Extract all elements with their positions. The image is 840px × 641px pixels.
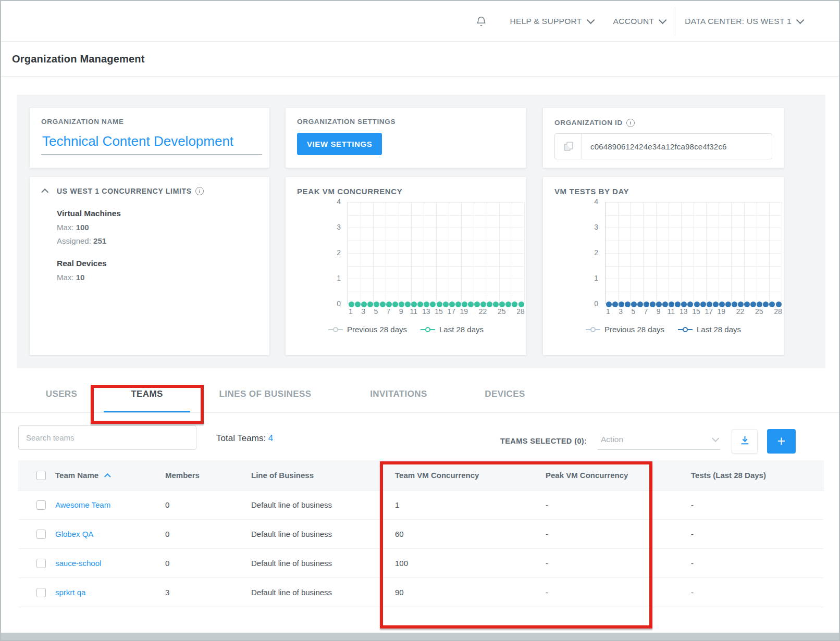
column-header-team-name[interactable]: Team Name bbox=[55, 471, 165, 480]
column-header-tests[interactable]: Tests (Last 28 Days) bbox=[691, 471, 824, 480]
data-point bbox=[405, 301, 411, 307]
x-tick-label: 19 bbox=[718, 307, 726, 316]
cell-tests: - bbox=[691, 588, 824, 597]
column-header-line-of-business[interactable]: Line of Business bbox=[251, 471, 395, 480]
x-tick-label: 25 bbox=[498, 307, 506, 316]
help-support-label: HELP & SUPPORT bbox=[510, 17, 582, 26]
cell-name: Globex QA bbox=[55, 530, 165, 538]
vm-assigned-value: 251 bbox=[93, 236, 106, 245]
org-id-label: ORGANIZATION ID bbox=[554, 119, 623, 127]
team-name-link[interactable]: Globex QA bbox=[55, 530, 93, 538]
rd-max-label: Max: bbox=[57, 273, 74, 282]
column-header-members[interactable]: Members bbox=[165, 471, 251, 480]
x-tick-label: 22 bbox=[479, 307, 487, 316]
action-dropdown[interactable]: Action bbox=[598, 429, 720, 450]
column-label: Line of Business bbox=[251, 471, 314, 480]
tab-invitations[interactable]: INVITATIONS bbox=[370, 376, 427, 412]
team-name-link[interactable]: Awesome Team bbox=[55, 500, 110, 509]
data-point bbox=[700, 301, 706, 307]
row-checkbox[interactable] bbox=[36, 559, 46, 568]
org-name-value[interactable]: Technical Content Development bbox=[41, 125, 262, 155]
row-checkbox[interactable] bbox=[36, 530, 46, 539]
cell-value: - bbox=[691, 588, 694, 597]
gridline bbox=[386, 202, 386, 304]
concurrency-limits-card: US WEST 1 CONCURRENCY LIMITSi Virtual Ma… bbox=[30, 177, 269, 355]
teams-selected-label: TEAMS SELECTED (0): bbox=[500, 437, 587, 445]
gridline bbox=[373, 202, 374, 304]
vm-assigned-label: Assigned: bbox=[57, 236, 91, 245]
legend-item: Previous 28 days bbox=[586, 325, 664, 334]
y-tick-label: 3 bbox=[594, 223, 598, 231]
data-point bbox=[738, 301, 744, 307]
peak-vm-concurrency-chart: 01234135791113151719222528Previous 28 da… bbox=[297, 202, 515, 343]
chart-legend: Previous 28 daysLast 28 days bbox=[297, 325, 515, 334]
virtual-machines-limits: Virtual Machines Max: 100 Assigned: 251 bbox=[57, 209, 258, 245]
data-point bbox=[480, 301, 486, 307]
select-all-checkbox[interactable] bbox=[36, 471, 46, 480]
data-point bbox=[424, 301, 429, 307]
data-point bbox=[499, 301, 505, 307]
datacenter-label: DATA CENTER: US WEST 1 bbox=[685, 17, 792, 26]
x-tick-label: 5 bbox=[374, 307, 378, 316]
copy-icon[interactable] bbox=[555, 134, 582, 159]
collapse-chevron-up-icon[interactable] bbox=[41, 188, 48, 196]
view-settings-button[interactable]: VIEW SETTINGS bbox=[297, 133, 382, 155]
chevron-down-icon bbox=[586, 16, 595, 24]
data-point bbox=[462, 301, 467, 307]
organization-management-page: HELP & SUPPORT ACCOUNT DATA CENTER: US W… bbox=[0, 0, 840, 641]
x-tick-label: 28 bbox=[774, 307, 782, 316]
download-button[interactable] bbox=[732, 429, 758, 454]
cell-members: 0 bbox=[165, 500, 251, 509]
vm-tests-by-day-chart: 01234135791113151719222528Previous 28 da… bbox=[554, 202, 772, 343]
data-point bbox=[625, 301, 631, 307]
data-point bbox=[361, 301, 367, 307]
gridline bbox=[474, 202, 474, 304]
add-team-button[interactable]: + bbox=[767, 429, 796, 454]
tab-users[interactable]: USERS bbox=[46, 376, 78, 412]
sort-ascending-icon[interactable] bbox=[104, 473, 111, 480]
legend-marker-icon bbox=[328, 327, 343, 332]
data-point bbox=[518, 301, 524, 307]
gridline bbox=[424, 202, 424, 304]
row-checkbox-cell bbox=[18, 500, 55, 510]
y-tick-label: 3 bbox=[337, 223, 341, 231]
data-point bbox=[619, 301, 624, 307]
datacenter-menu[interactable]: DATA CENTER: US WEST 1 bbox=[685, 17, 802, 26]
data-point bbox=[505, 301, 511, 307]
org-id-box: c064890612424e34a12fca98ce4f32c6 bbox=[554, 133, 772, 159]
legend-item: Previous 28 days bbox=[328, 325, 407, 334]
search-input[interactable] bbox=[18, 425, 196, 450]
data-point bbox=[637, 301, 643, 307]
info-icon[interactable]: i bbox=[195, 187, 204, 195]
data-point bbox=[386, 301, 392, 307]
help-support-menu[interactable]: HELP & SUPPORT bbox=[510, 17, 592, 26]
org-name-card: ORGANIZATION NAME Technical Content Deve… bbox=[30, 108, 269, 168]
y-tick-label: 4 bbox=[594, 197, 598, 206]
team-name-link[interactable]: sprkrt qa bbox=[55, 588, 85, 597]
legend-marker-icon bbox=[586, 327, 600, 332]
data-point bbox=[606, 301, 612, 307]
row-checkbox[interactable] bbox=[36, 588, 46, 597]
legend-marker-icon bbox=[678, 327, 693, 332]
cell-tests: - bbox=[691, 559, 824, 568]
team-name-link[interactable]: sauce-school bbox=[55, 559, 101, 568]
data-point bbox=[769, 301, 775, 307]
chart-title: PEAK VM CONCURRENCY bbox=[297, 187, 515, 196]
notifications-bell-icon[interactable] bbox=[475, 15, 487, 28]
info-icon[interactable]: i bbox=[626, 119, 635, 127]
data-point bbox=[744, 301, 750, 307]
org-id-value[interactable]: c064890612424e34a12fca98ce4f32c6 bbox=[582, 134, 772, 159]
account-menu[interactable]: ACCOUNT bbox=[613, 17, 665, 26]
gridline bbox=[669, 202, 669, 304]
tab-lines-of-business[interactable]: LINES OF BUSINESS bbox=[219, 376, 312, 412]
cell-lob: Default line of business bbox=[251, 500, 395, 509]
gridline bbox=[524, 202, 525, 304]
row-checkbox[interactable] bbox=[36, 500, 46, 510]
tab-devices[interactable]: DEVICES bbox=[485, 376, 525, 412]
legend-label: Last 28 days bbox=[697, 325, 741, 334]
legend-circle bbox=[590, 327, 596, 332]
row-checkbox-cell bbox=[18, 559, 55, 568]
horizontal-scrollbar[interactable] bbox=[1, 633, 839, 640]
data-point bbox=[776, 301, 782, 307]
column-label: Tests (Last 28 Days) bbox=[691, 471, 766, 480]
